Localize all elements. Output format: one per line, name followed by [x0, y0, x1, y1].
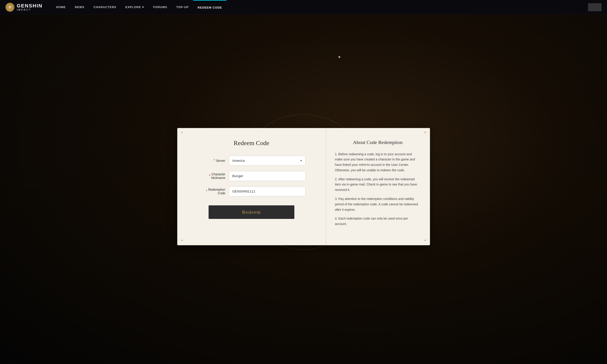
nav-item-explore[interactable]: EXPLORE ▾ — [121, 0, 148, 14]
info-point-1: 1. Before redeeming a code, log in to yo… — [335, 152, 419, 173]
nav-item-forums[interactable]: FORUMS — [148, 0, 172, 14]
about-title: About Code Redemption — [335, 140, 421, 145]
nickname-row: * CharacterNickname — [197, 171, 306, 181]
server-form-group: * Server America Europe Asia TW, HK, MO … — [191, 156, 312, 166]
nav-item-home[interactable]: HOME — [52, 0, 70, 14]
redeem-form-panel: Redeem Code * Server America Europe Asia… — [177, 128, 326, 245]
nickname-form-group: * CharacterNickname — [191, 171, 312, 181]
redeem-button[interactable]: Redeem — [209, 205, 294, 219]
nav-item-redeem[interactable]: REDEEM CODE — [193, 0, 227, 14]
logo-title: GENSHIN — [17, 3, 42, 8]
nickname-input[interactable] — [229, 171, 306, 181]
server-row: * Server America Europe Asia TW, HK, MO … — [197, 156, 306, 166]
redemption-info: 1. Before redeeming a code, log in to yo… — [335, 152, 421, 234]
server-select-wrapper: America Europe Asia TW, HK, MO ▼ — [229, 156, 306, 166]
about-redemption-panel: About Code Redemption 1. Before redeemin… — [326, 128, 430, 245]
redeem-form-title: Redeem Code — [234, 140, 269, 147]
nav-item-topup[interactable]: TOP-UP — [172, 0, 193, 14]
nav-item-news[interactable]: NEWS — [70, 0, 89, 14]
code-form-group: * RedemptionCode — [191, 186, 312, 196]
logo-icon — [5, 3, 14, 12]
redemption-code-input[interactable] — [229, 186, 306, 196]
server-select[interactable]: America Europe Asia TW, HK, MO — [229, 156, 306, 166]
server-label: * Server — [197, 159, 229, 163]
info-point-4: 4. Each redemption code can only be used… — [335, 216, 419, 227]
info-point-3: 3. Pay attention to the redemption condi… — [335, 196, 419, 212]
logo-subtitle: IMPACT — [17, 8, 42, 11]
corner-decoration-tl: ✦ — [179, 130, 185, 135]
nav-menu: HOME NEWS CHARACTERS EXPLORE ▾ FORUMS TO… — [52, 0, 588, 14]
nickname-required-star: * — [209, 174, 210, 178]
page-content: ✦ ✦ ✦ ✦ Redeem Code * Server America Eur… — [0, 0, 607, 364]
code-label: * RedemptionCode — [197, 188, 229, 195]
navbar: GENSHIN IMPACT HOME NEWS CHARACTERS EXPL… — [0, 0, 607, 14]
nav-item-characters[interactable]: CHARACTERS — [89, 0, 121, 14]
nickname-label: * CharacterNickname — [197, 172, 229, 180]
code-required-star: * — [206, 189, 207, 193]
chevron-down-icon: ▾ — [142, 5, 144, 9]
redeem-panel: ✦ ✦ ✦ ✦ Redeem Code * Server America Eur… — [177, 128, 430, 245]
server-required-star: * — [214, 159, 215, 163]
nav-logo[interactable]: GENSHIN IMPACT — [5, 3, 42, 12]
logo-text: GENSHIN IMPACT — [17, 3, 42, 11]
corner-decoration-bl: ✦ — [179, 238, 185, 243]
nav-user-area[interactable] — [588, 3, 602, 11]
info-point-2: 2. After redeeming a code, you will rece… — [335, 177, 419, 193]
code-row: * RedemptionCode — [197, 186, 306, 196]
